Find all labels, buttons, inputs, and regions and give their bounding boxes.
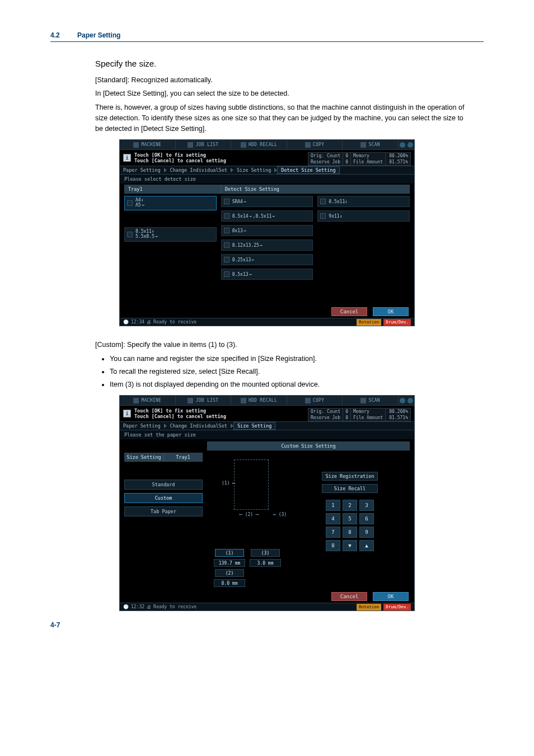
machine-icon [133,398,139,403]
scan-icon [360,398,366,403]
bullet-item: You can name and register the size speci… [110,354,472,364]
crumb-paper-setting[interactable]: Paper Setting [120,423,164,429]
size-mode-tabpaper[interactable]: Tab Paper [124,506,203,516]
tab-joblist[interactable]: JOB LIST [176,396,232,405]
size-option[interactable]: 8.12x13.25⫟ [221,240,313,251]
key-6[interactable]: 6 [359,513,374,524]
key-2[interactable]: 2 [343,500,357,511]
tab-scan[interactable]: SCAN [343,396,399,405]
breadcrumb: Paper Setting Change IndividualSet Size … [120,166,414,175]
crumb-paper-setting[interactable]: Paper Setting [120,167,164,173]
size-mode-standard[interactable]: Standard [124,480,203,490]
crumb-change-indiv[interactable]: Change IndividualSet [167,167,231,173]
status-table: Orig. Count0Memory80.208% Reserve Job0Fi… [308,152,411,166]
dim-value-2: 0.0 mm [214,579,245,587]
key-8[interactable]: 8 [343,527,357,538]
tab-machine[interactable]: MACHINE [120,396,176,405]
lead-text: Specify the size. [95,58,472,71]
dim-button-1[interactable]: (1) [215,549,244,557]
rotation-indicator: Rotation [357,319,381,326]
drum-indicator: Drum/Dev. [383,319,411,326]
machine-icon [133,142,139,148]
size-option[interactable]: 8.5x14⫟,8.5x11⫟ [221,210,313,222]
tab-scan[interactable]: SCAN [343,140,399,149]
key-7[interactable]: 7 [326,527,340,538]
ok-button[interactable]: OK [373,307,409,316]
status-msg: Ready to receive [153,604,196,609]
size-option[interactable]: 8x13⫟ [221,225,313,236]
tab-hddrecall[interactable]: HDD RECALL [231,140,287,149]
cancel-button[interactable]: Cancel [331,592,367,601]
size-option[interactable]: 8.5x11⫞5.5x8.5⫟ [124,227,217,242]
cancel-button[interactable]: Cancel [331,307,367,316]
page-number: 4-7 [50,621,60,629]
tab-copy[interactable]: COPY [287,140,343,149]
tab-machine[interactable]: MACHINE [120,140,176,149]
tab-joblist[interactable]: JOB LIST [176,140,232,149]
key-1[interactable]: 1 [326,500,340,511]
checkbox-icon [127,200,133,206]
crumb-detect-size[interactable]: Detect Size Setting [277,166,339,174]
info-icon: i [123,410,131,417]
info-icon: i [123,154,131,162]
volume-icon [400,142,405,148]
crumb-size-setting[interactable]: Size Setting [233,422,275,430]
size-recall-button[interactable]: Size Recall [322,484,378,493]
tab-copy[interactable]: COPY [287,396,343,405]
crumb-change-indiv[interactable]: Change IndividualSet [167,423,231,429]
top-tabs: MACHINE JOB LIST HDD RECALL COPY SCAN [120,396,414,406]
rotation-indicator: Rotation [357,604,381,611]
screenshot-detect-size: MACHINE JOB LIST HDD RECALL COPY SCAN i … [119,139,415,326]
hdd-icon [241,398,246,403]
help-icon [407,142,413,148]
key-4[interactable]: 4 [326,513,340,524]
section-title: Paper Setting [77,31,120,39]
scan-icon [360,142,366,148]
key-9[interactable]: 9 [359,527,374,538]
intro-p2: In [Detect Size Setting], you can select… [95,88,472,99]
sub-instruction: Please select detect size [120,175,414,184]
dim-button-2[interactable]: (2) [215,569,244,577]
checkbox-icon [224,242,229,248]
dim-label-3: ↔ (3) [273,512,287,517]
info-text: Touch [OK] to fix setting Touch [Cancel]… [134,408,226,419]
dim-button-3[interactable]: (3) [251,549,280,557]
size-option[interactable]: A4⫞A5⫟ [124,196,217,210]
ok-button[interactable]: OK [373,592,409,601]
size-option[interactable]: 8.25x13⫟ [221,254,313,265]
help-icon [407,398,413,403]
checkbox-icon [320,199,326,204]
size-mode-custom[interactable]: Custom [124,493,203,503]
bullet-item: Item (3) is not displayed depending on t… [110,379,472,390]
hdd-icon [241,142,246,148]
size-option[interactable]: 9x11⫞ [317,210,410,222]
size-diagram: (1) ⟵ ⟵ (2) ⟶ ↔ (3) [207,454,302,549]
volume-icon [400,398,405,403]
tab-hddrecall[interactable]: HDD RECALL [231,396,287,405]
checkbox-icon [224,199,229,204]
size-option[interactable]: 8.5x11⫞ [317,196,410,207]
side-header-tray: Tray1 [163,453,203,462]
custom-intro: [Custom]: Specify the value in items (1)… [95,340,472,350]
sub-instruction: Please set the paper size [120,430,414,439]
key-0[interactable]: 0 [326,540,340,551]
key-down[interactable]: ▼ [343,540,357,551]
dim-label-2: ⟵ (2) ⟶ [240,512,259,517]
key-5[interactable]: 5 [343,513,357,524]
size-option[interactable]: SRA4⫟ [221,196,313,207]
list-icon [188,398,193,403]
size-option[interactable]: 8.5x13⫟ [221,269,313,280]
tab-extra[interactable] [399,396,414,405]
tab-extra[interactable] [399,140,414,149]
custom-size-header: Custom Size Setting [207,442,410,450]
side-header-size: Size Setting [124,453,163,462]
col-header-detect: Detect Size Setting [221,185,410,194]
size-registration-button[interactable]: Size Registration [322,472,378,481]
intro-p3: There is, however, a group of sizes havi… [95,102,472,134]
dim-value-3: 3.0 mm [250,559,281,567]
col-header-tray: Tray1 [124,185,221,194]
header-rule [50,41,484,42]
crumb-size-setting[interactable]: Size Setting [233,167,274,173]
key-3[interactable]: 3 [359,500,374,511]
key-up[interactable]: ▲ [359,540,374,551]
